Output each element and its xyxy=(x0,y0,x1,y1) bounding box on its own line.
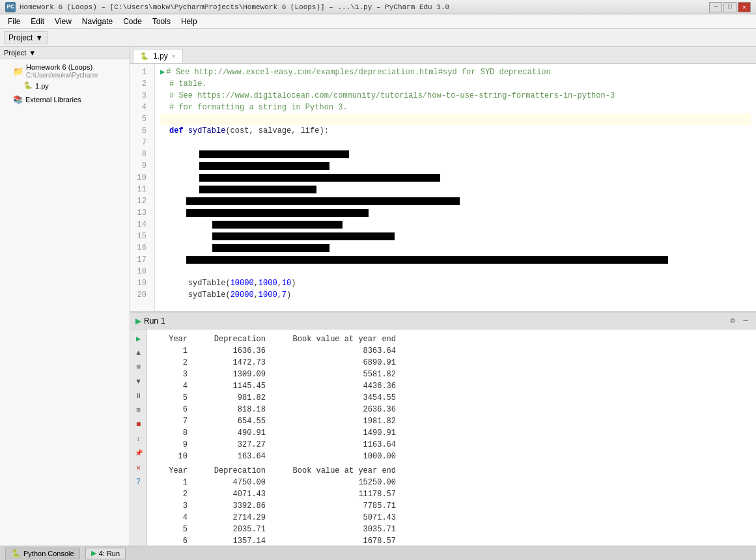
window-controls: ─ □ ✕ xyxy=(709,2,751,12)
run-icon: ▶ xyxy=(135,316,141,326)
red-x-button[interactable]: ✕ xyxy=(132,461,145,474)
chevron-down-icon: ▼ xyxy=(29,49,36,57)
run-panel: ▶ Run 1 ⚙ — ▶ ▲ ■ ▼ ⏸ ⊞ ■ xyxy=(130,311,756,546)
run-play-button[interactable]: ▶ xyxy=(132,332,145,345)
ext-lib-label: External Libraries xyxy=(25,96,81,104)
titlebar: PC Homework 6 (Loops) – [C:\Users\mokw\P… xyxy=(0,0,756,14)
window-title: Homework 6 (Loops) – [C:\Users\mokw\Pych… xyxy=(20,3,709,11)
code-line-13 xyxy=(160,207,751,219)
tab-1py[interactable]: 🐍 1.py × xyxy=(133,49,183,63)
output-table-1-row-2: 2 1472.73 6890.91 xyxy=(155,357,748,369)
project-folder[interactable]: 📁 Homework 6 (Loops) C:\Users\mokw\Pycha… xyxy=(13,62,127,80)
run-arrow-icon: ▶ xyxy=(160,66,165,78)
python-file-icon: 🐍 xyxy=(23,81,33,90)
code-line-16 xyxy=(160,242,751,254)
output-table-1-row-9: 9 327.27 1163.64 xyxy=(155,439,748,451)
python-console-icon: 🐍 xyxy=(11,549,21,558)
python-console-label: Python Console xyxy=(23,550,74,557)
menu-item-file[interactable]: File xyxy=(3,16,25,27)
layout-button[interactable]: ⊞ xyxy=(132,404,145,417)
code-line-5 xyxy=(160,113,751,125)
run-output: Year Deprecation Book value at year end … xyxy=(147,329,756,546)
folder-icon: 📁 xyxy=(13,66,23,76)
close-button[interactable]: ✕ xyxy=(738,2,751,12)
menu-item-edit[interactable]: Edit xyxy=(25,16,49,27)
output-table-2-row-3: 3 3392.86 7785.71 xyxy=(155,500,748,512)
code-line-19: sydTable(10000,1000,10) xyxy=(160,277,751,289)
tab-bar: 🐍 1.py × xyxy=(130,47,756,64)
file-item-1py[interactable]: 🐍 1.py xyxy=(13,80,127,91)
scroll-button[interactable]: ↕ xyxy=(132,432,145,445)
run-tab-icon: ▶ xyxy=(91,549,96,557)
toolbar: Project ▼ xyxy=(0,29,756,47)
output-table-1-row-4: 4 1145.45 4436.36 xyxy=(155,380,748,392)
run-panel-header: ▶ Run 1 ⚙ — xyxy=(130,313,756,329)
app-icon: PC xyxy=(5,2,16,12)
external-libraries[interactable]: 📚 External Libraries xyxy=(13,94,127,105)
code-line-7 xyxy=(160,137,751,148)
sidebar-header: Project ▼ xyxy=(0,47,130,59)
content-area: 🐍 1.py × 1234 5678 9101112 13141516 1718… xyxy=(130,47,756,546)
code-line-12 xyxy=(160,195,751,207)
python-console-tab[interactable]: 🐍 Python Console xyxy=(5,548,80,559)
code-line-3: # See https://www.digitalocean.com/commu… xyxy=(160,90,751,102)
up-arrow-button[interactable]: ▲ xyxy=(132,346,145,359)
output-table-2-row-1: 1 4750.00 15250.00 xyxy=(155,477,748,488)
run-tab-label: 4: Run xyxy=(99,550,120,557)
menu-item-tools[interactable]: Tools xyxy=(147,16,176,27)
pause-button[interactable]: ⏸ xyxy=(132,389,145,402)
code-line-1: ▶ # See http://www.excel-easy.com/exampl… xyxy=(160,66,751,78)
output-table-2-row-2: 2 4071.43 11178.57 xyxy=(155,488,748,500)
code-line-15 xyxy=(160,231,751,242)
output-table-1-header: Year Deprecation Book value at year end xyxy=(155,333,748,345)
maximize-button[interactable]: □ xyxy=(723,2,736,12)
code-line-6: def sydTable(cost, salvage, life): xyxy=(160,125,751,137)
output-table-1-row-5: 5 981.82 3454.55 xyxy=(155,392,748,404)
output-table-2-row-4: 4 2714.29 5071.43 xyxy=(155,512,748,524)
chevron-icon: ▼ xyxy=(35,33,43,42)
sidebar: Project ▼ 📁 Homework 6 (Loops) C:\Users\… xyxy=(0,47,130,546)
menu-item-help[interactable]: Help xyxy=(176,16,203,27)
code-line-9 xyxy=(160,160,751,172)
file-name: 1.py xyxy=(35,82,49,90)
code-line-8 xyxy=(160,148,751,160)
code-line-4: # for formatting a string in Python 3. xyxy=(160,102,751,113)
down-arrow-button[interactable]: ▼ xyxy=(132,375,145,388)
stop-button[interactable]: ■ xyxy=(132,361,145,374)
help-button[interactable]: ? xyxy=(132,475,145,488)
output-table-2-row-5: 5 2035.71 3035.71 xyxy=(155,524,748,535)
output-table-1-row-1: 1 1636.36 8363.64 xyxy=(155,345,748,357)
statusbar: 🐍 Python Console ▶ 4: Run xyxy=(0,546,756,560)
project-dropdown[interactable]: Project ▼ xyxy=(4,31,48,44)
menu-item-navigate[interactable]: Navigate xyxy=(77,16,118,27)
code-line-11 xyxy=(160,184,751,195)
minimize-panel-icon[interactable]: — xyxy=(740,316,751,326)
menu-item-code[interactable]: Code xyxy=(118,16,147,27)
run-label: Run xyxy=(144,316,158,326)
run-toolbar: ▶ ▲ ■ ▼ ⏸ ⊞ ■ ↕ 📌 ✕ ? xyxy=(130,329,147,546)
run-icons: ⚙ — xyxy=(727,316,751,326)
tab-file-icon: 🐍 xyxy=(140,52,149,61)
output-table-1: Year Deprecation Book value at year end … xyxy=(155,333,748,462)
output-table-1-row-7: 7 654.55 1981.82 xyxy=(155,415,748,427)
output-table-2-row-6: 6 1357.14 1678.57 xyxy=(155,535,748,546)
output-table-2-header: Year Deprecation Book value at year end xyxy=(155,465,748,477)
code-content[interactable]: ▶ # See http://www.excel-easy.com/exampl… xyxy=(155,64,756,311)
pin-button[interactable]: 📌 xyxy=(132,447,145,460)
run-body: ▶ ▲ ■ ▼ ⏸ ⊞ ■ ↕ 📌 ✕ ? Y xyxy=(130,329,756,546)
tab-close-button[interactable]: × xyxy=(172,53,176,60)
tab-label: 1.py xyxy=(153,51,168,61)
run-num: 1 xyxy=(161,316,165,326)
folder-name: Homework 6 (Loops) C:\Users\mokw\Pycharm xyxy=(26,63,127,79)
project-label: Project xyxy=(8,33,33,42)
minimize-button[interactable]: ─ xyxy=(709,2,722,12)
output-table-1-row-10: 10 163.64 1000.00 xyxy=(155,451,748,462)
red-stop-button[interactable]: ■ xyxy=(132,418,145,431)
settings-icon[interactable]: ⚙ xyxy=(727,316,738,326)
code-line-17 xyxy=(160,254,751,266)
output-table-2: Year Deprecation Book value at year end … xyxy=(155,465,748,546)
menu-item-view[interactable]: View xyxy=(49,16,77,27)
sidebar-content: 📁 Homework 6 (Loops) C:\Users\mokw\Pycha… xyxy=(0,59,130,108)
run-tab[interactable]: ▶ 4: Run xyxy=(85,548,126,559)
code-editor: 1234 5678 9101112 13141516 17181920 ▶ # … xyxy=(130,64,756,311)
